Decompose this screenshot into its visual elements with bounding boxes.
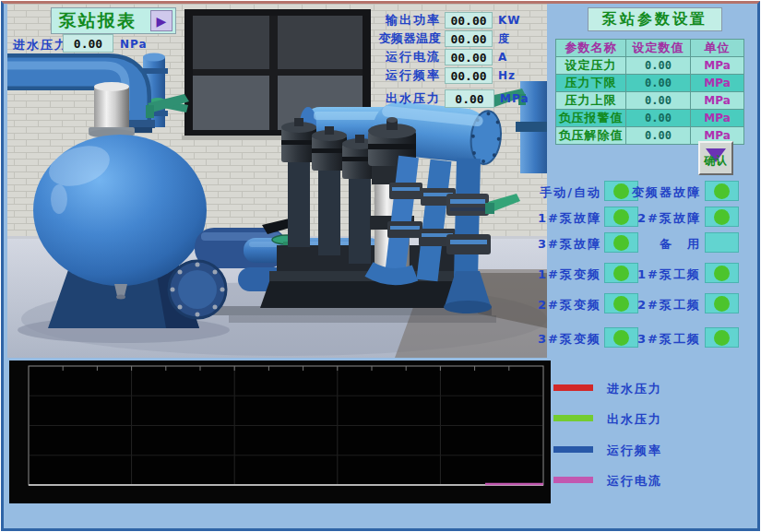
reading-unit: KW — [498, 14, 529, 27]
indicator-label: 3#泵变频 — [517, 331, 601, 348]
status-lamp — [714, 235, 730, 251]
legend-label: 进水压力 — [607, 381, 662, 397]
tank-top-cylinder — [89, 82, 135, 138]
settings-row: 压力上限 0.00 MPa — [556, 92, 744, 110]
param-name: 负压解除值 — [556, 127, 626, 145]
inlet-pressure-unit: NPa — [120, 38, 148, 51]
reading-label: 运行频率 — [362, 67, 441, 84]
reading-value: 00.00 — [445, 12, 493, 29]
status-lamp — [714, 266, 730, 281]
indicator-label: 手动/自动 — [517, 184, 601, 201]
status-lamp — [714, 209, 730, 225]
indicator-label: 变频器故障 — [609, 184, 701, 201]
param-unit: MPa — [691, 57, 744, 75]
reading-label: 运行电流 — [362, 49, 441, 65]
settings-panel-title: 泵站参数设置 — [588, 7, 722, 31]
settings-row: 设定压力 0.00 MPa — [556, 57, 744, 75]
status-indicator — [705, 293, 739, 313]
readings-block: 输出功率 00.00 KW 变频器温度 00.00 度 运行电流 00.00 A… — [362, 11, 529, 85]
indicator-label: 备 用 — [609, 236, 701, 253]
indicator-row: 1#泵变频 1#泵工频 — [4, 263, 757, 285]
param-value-field[interactable]: 0.00 — [626, 57, 691, 75]
indicator-label: 2#泵变频 — [517, 297, 601, 313]
outlet-pressure-row: 出水压力 0.00 MPa — [362, 89, 531, 108]
status-indicator — [705, 263, 739, 283]
indicator-label: 3#泵工频 — [609, 331, 701, 348]
outlet-pressure-label: 出水压力 — [362, 90, 441, 107]
play-icon[interactable]: ▶ — [150, 10, 172, 31]
indicator-label: 1#泵工频 — [609, 266, 701, 283]
reading-label: 输出功率 — [362, 12, 441, 29]
param-name: 设定压力 — [556, 57, 626, 75]
app-frame: 泵站报表 ▶ 进水压力 0.00 NPa 输出功率 00.00 KW 变频器温度… — [1, 1, 760, 531]
reading-row: 运行电流 00.00 A — [362, 48, 529, 66]
indicator-label: 1#泵故障 — [517, 210, 601, 227]
indicator-row: 1#泵故障 2#泵故障 — [4, 207, 757, 229]
reading-unit: Hz — [498, 69, 529, 82]
param-unit: MPa — [691, 75, 744, 92]
confirm-button[interactable]: 确认 — [698, 141, 733, 175]
status-lamp — [714, 296, 730, 312]
legend-swatch-frequency — [553, 446, 593, 453]
reading-unit: 度 — [498, 31, 529, 47]
indicator-label: 3#泵故障 — [517, 236, 601, 253]
legend-label: 运行电流 — [607, 473, 662, 490]
reading-row: 运行频率 00.00 Hz — [362, 66, 529, 85]
col-header: 单位 — [691, 40, 744, 57]
param-value-field[interactable]: 0.00 — [626, 127, 691, 145]
status-lamp — [714, 183, 730, 199]
status-indicator — [705, 327, 739, 348]
param-unit: MPa — [691, 92, 744, 110]
legend-swatch-current — [553, 477, 593, 483]
report-button[interactable]: 泵站报表 ▶ — [51, 7, 176, 34]
param-name: 压力上限 — [556, 92, 626, 110]
legend-swatch-inlet — [553, 384, 593, 391]
indicator-label: 2#泵工频 — [609, 297, 701, 313]
indicator-row: 手动/自动 变频器故障 — [4, 181, 757, 203]
param-name: 压力下限 — [556, 75, 626, 92]
param-unit: MPa — [691, 110, 744, 127]
indicator-label: 1#泵变频 — [517, 266, 601, 283]
status-indicator — [705, 207, 739, 227]
trend-chart — [9, 361, 551, 503]
param-value-field[interactable]: 0.00 — [626, 110, 691, 127]
reading-row: 输出功率 00.00 KW — [362, 11, 529, 30]
reading-value: 00.00 — [445, 30, 493, 47]
outlet-pressure-value: 0.00 — [445, 89, 494, 108]
reading-value: 00.00 — [445, 67, 493, 84]
indicator-row: 3#泵故障 备 用 — [4, 232, 757, 254]
inlet-pressure-value: 0.00 — [63, 34, 113, 53]
status-lamp — [714, 330, 730, 346]
settings-header-row: 参数名称 设定数值 单位 — [556, 40, 744, 57]
status-indicator — [705, 232, 739, 253]
param-name: 负压报警值 — [556, 110, 626, 127]
report-button-label: 泵站报表 — [59, 9, 137, 33]
indicator-row: 3#泵变频 3#泵工频 — [4, 327, 757, 349]
reading-value: 00.00 — [445, 49, 493, 65]
confirm-button-label: 确认 — [704, 153, 728, 169]
reading-label: 变频器温度 — [362, 30, 441, 47]
reading-row: 变频器温度 00.00 度 — [362, 30, 529, 48]
indicator-label: 2#泵故障 — [609, 210, 701, 227]
col-header: 设定数值 — [626, 40, 691, 57]
param-value-field[interactable]: 0.00 — [626, 75, 691, 92]
settings-row: 负压报警值 0.00 MPa — [556, 110, 744, 127]
legend-swatch-outlet — [553, 415, 593, 421]
status-indicator — [705, 181, 739, 201]
col-header: 参数名称 — [556, 40, 626, 57]
hmi-screen: 泵站报表 ▶ 进水压力 0.00 NPa 输出功率 00.00 KW 变频器温度… — [0, 0, 761, 532]
outlet-pressure-unit: MPa — [500, 92, 531, 105]
reading-unit: A — [498, 51, 529, 64]
legend-label: 出水压力 — [607, 411, 662, 428]
inlet-pressure-label: 进水压力 — [13, 37, 68, 53]
settings-row: 压力下限 0.00 MPa — [556, 75, 744, 92]
settings-table: 参数名称 设定数值 单位 设定压力 0.00 MPa 压力下限 0.00 MPa… — [555, 39, 744, 145]
legend-label: 运行频率 — [607, 443, 662, 459]
indicator-row: 2#泵变频 2#泵工频 — [4, 293, 757, 315]
param-value-field[interactable]: 0.00 — [626, 92, 691, 110]
